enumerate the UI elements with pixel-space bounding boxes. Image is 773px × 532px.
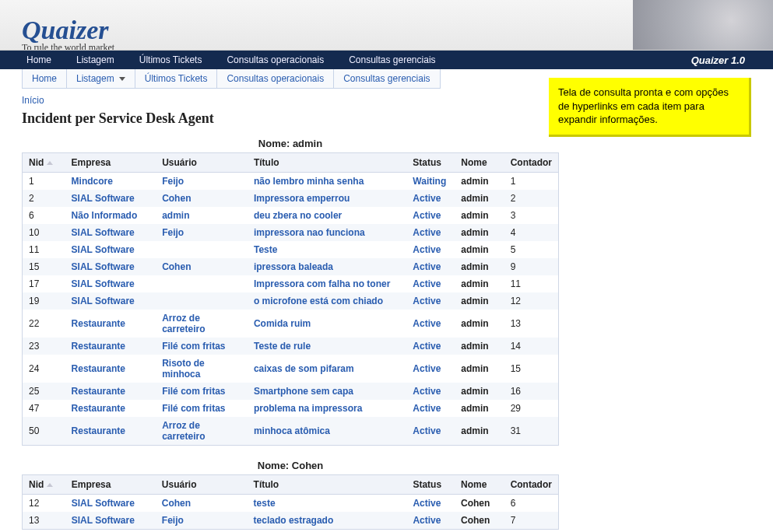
top-nav-listagem[interactable]: Listagem xyxy=(64,54,127,65)
cell-titulo-link[interactable]: caixas de som pifaram xyxy=(254,363,354,374)
cell-status-link[interactable]: Active xyxy=(413,296,441,306)
cell-status-link[interactable]: Active xyxy=(413,341,441,352)
cell-titulo-link[interactable]: o microfone está com chiado xyxy=(254,296,383,306)
cell-empresa-link[interactable]: Restaurante xyxy=(72,341,125,352)
cell-titulo-link[interactable]: ipressora baleada xyxy=(254,261,333,272)
cell-empresa-link[interactable]: SIAL Software xyxy=(72,296,135,306)
cell-status-link[interactable]: Active xyxy=(413,386,441,397)
cell-usuario-link[interactable]: Feijo xyxy=(162,515,184,526)
cell-empresa-link[interactable]: Restaurante xyxy=(72,403,125,414)
cell-status-link[interactable]: Active xyxy=(413,515,441,526)
cell-nid: 13 xyxy=(23,512,65,530)
cell-nome: admin xyxy=(455,241,504,258)
col-status[interactable]: Status xyxy=(406,153,455,173)
cell-status: Active xyxy=(406,310,455,338)
cell-usuario-link[interactable]: Arroz de carreteiro xyxy=(162,313,205,334)
sub-nav-home[interactable]: Home xyxy=(23,69,67,88)
cell-empresa-link[interactable]: SIAL Software xyxy=(72,515,135,526)
cell-empresa-link[interactable]: SIAL Software xyxy=(72,227,135,238)
cell-usuario-link[interactable]: Cohen xyxy=(162,498,191,509)
cell-empresa-link[interactable]: SIAL Software xyxy=(72,498,135,509)
cell-empresa: SIAL Software xyxy=(65,258,156,275)
table-row: 2SIAL SoftwareCohenImpressora emperrouAc… xyxy=(23,190,559,207)
sub-nav-consultas-gerenciais[interactable]: Consultas gerenciais xyxy=(334,69,439,88)
cell-status-link[interactable]: Active xyxy=(413,210,441,221)
cell-empresa: SIAL Software xyxy=(65,224,156,241)
cell-status-link[interactable]: Active xyxy=(413,244,441,255)
cell-usuario-link[interactable]: Cohen xyxy=(162,193,191,204)
logo[interactable]: Quaizer To rule the world market xyxy=(22,17,114,51)
col-empresa[interactable]: Empresa xyxy=(65,475,156,495)
col-usuario[interactable]: Usuário xyxy=(156,153,248,173)
cell-usuario-link[interactable]: Feijo xyxy=(162,176,184,187)
cell-empresa-link[interactable]: Não Informado xyxy=(72,210,138,221)
col-nid[interactable]: Nid xyxy=(23,475,65,495)
top-nav-ultimos-tickets[interactable]: Últimos Tickets xyxy=(127,54,215,65)
cell-titulo-link[interactable]: problema na impressora xyxy=(254,403,362,414)
cell-usuario-link[interactable]: Cohen xyxy=(162,261,191,272)
cell-usuario-link[interactable]: Feijo xyxy=(162,227,184,238)
cell-usuario-link[interactable]: admin xyxy=(162,210,189,221)
cell-titulo-link[interactable]: deu zbera no cooler xyxy=(254,210,342,221)
cell-status-link[interactable]: Waiting xyxy=(413,176,446,187)
cell-titulo-link[interactable]: Smartphone sem capa xyxy=(254,386,353,397)
cell-status-link[interactable]: Active xyxy=(413,227,441,238)
cell-status-link[interactable]: Active xyxy=(413,318,441,329)
cell-empresa-link[interactable]: Restaurante xyxy=(72,318,125,329)
cell-usuario-link[interactable]: Filé com fritas xyxy=(162,386,225,397)
cell-empresa-link[interactable]: Restaurante xyxy=(72,425,125,436)
top-nav-consultas-gerenciais[interactable]: Consultas gerenciais xyxy=(336,54,448,65)
cell-titulo-link[interactable]: Teste xyxy=(254,244,277,255)
cell-contador: 7 xyxy=(504,512,559,530)
cell-empresa-link[interactable]: SIAL Software xyxy=(72,261,135,272)
cell-titulo-link[interactable]: impressora nao funciona xyxy=(254,227,365,238)
cell-titulo-link[interactable]: teste xyxy=(254,498,276,509)
cell-titulo-link[interactable]: não lembro minha senha xyxy=(254,176,364,187)
top-nav-consultas-operacionais[interactable]: Consultas operacionais xyxy=(214,54,336,65)
cell-empresa-link[interactable]: Mindcore xyxy=(72,176,113,187)
sub-nav-ultimos-tickets[interactable]: Últimos Tickets xyxy=(135,69,218,88)
cell-titulo-link[interactable]: Impressora com falha no toner xyxy=(254,278,390,289)
cell-nid: 2 xyxy=(23,190,65,207)
cell-usuario: Arroz de carreteiro xyxy=(156,417,248,446)
cell-status-link[interactable]: Active xyxy=(413,193,441,204)
cell-empresa-link[interactable]: Restaurante xyxy=(72,363,125,374)
cell-titulo: problema na impressora xyxy=(248,400,406,417)
col-titulo[interactable]: Título xyxy=(248,153,406,173)
cell-empresa-link[interactable]: Restaurante xyxy=(72,386,125,397)
cell-usuario-link[interactable]: Arroz de carreteiro xyxy=(162,420,205,442)
cell-status: Active xyxy=(406,275,455,292)
col-nid[interactable]: Nid xyxy=(23,153,65,173)
cell-status-link[interactable]: Active xyxy=(413,425,441,436)
sub-nav-listagem[interactable]: Listagem xyxy=(67,69,135,88)
cell-titulo-link[interactable]: Teste de rule xyxy=(254,341,311,352)
col-contador[interactable]: Contador xyxy=(504,153,559,173)
sub-nav-consultas-operacionais[interactable]: Consultas operacionais xyxy=(217,69,334,88)
cell-status-link[interactable]: Active xyxy=(413,498,441,509)
cell-titulo-link[interactable]: Comida ruim xyxy=(254,318,311,329)
cell-nid: 17 xyxy=(23,275,65,292)
cell-status-link[interactable]: Active xyxy=(413,261,441,272)
col-contador[interactable]: Contador xyxy=(504,475,559,495)
cell-status-link[interactable]: Active xyxy=(413,403,441,414)
cell-status: Active xyxy=(406,224,455,241)
col-nome[interactable]: Nome xyxy=(455,153,504,173)
cell-titulo-link[interactable]: teclado estragado xyxy=(254,515,334,526)
cell-usuario-link[interactable]: Risoto de minhoca xyxy=(162,358,205,380)
cell-titulo-link[interactable]: minhoca atômica xyxy=(254,425,330,436)
col-usuario[interactable]: Usuário xyxy=(156,475,248,495)
cell-usuario: Risoto de minhoca xyxy=(156,355,248,383)
col-empresa[interactable]: Empresa xyxy=(65,153,156,173)
col-nome[interactable]: Nome xyxy=(455,475,504,495)
cell-usuario-link[interactable]: Filé com fritas xyxy=(162,341,225,352)
top-nav-home[interactable]: Home xyxy=(14,54,64,65)
cell-empresa-link[interactable]: SIAL Software xyxy=(72,244,135,255)
cell-titulo-link[interactable]: Impressora emperrou xyxy=(254,193,350,204)
cell-empresa-link[interactable]: SIAL Software xyxy=(72,193,135,204)
col-titulo[interactable]: Título xyxy=(248,475,407,495)
col-status[interactable]: Status xyxy=(406,475,455,495)
cell-usuario-link[interactable]: Filé com fritas xyxy=(162,403,225,414)
cell-status-link[interactable]: Active xyxy=(413,363,441,374)
cell-status-link[interactable]: Active xyxy=(413,278,441,289)
cell-empresa-link[interactable]: SIAL Software xyxy=(72,278,135,289)
